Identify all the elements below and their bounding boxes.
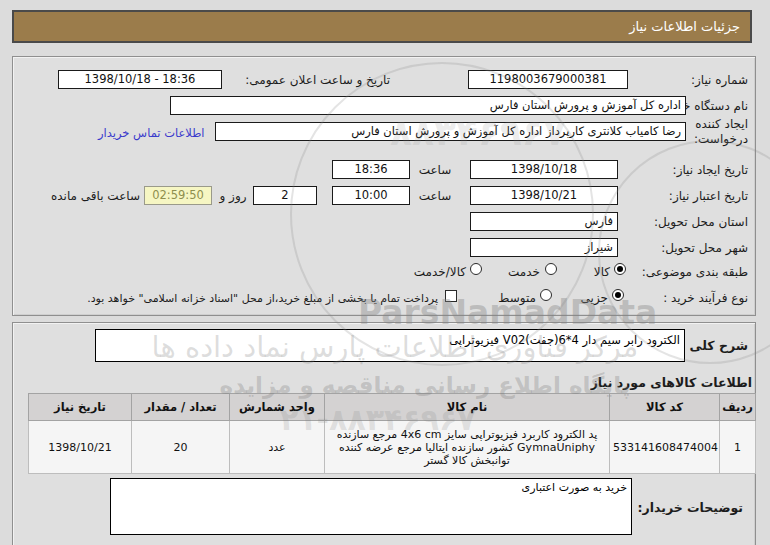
expiry-date-label: تاریخ اعتبار نیاز: — [669, 189, 748, 203]
announce-datetime-label: تاریخ و ساعت اعلان عمومی: — [220, 73, 390, 87]
buyer-notes-textarea[interactable]: خرید به صورت اعتباری — [110, 478, 632, 535]
city-input[interactable]: شیراز — [470, 238, 618, 257]
radio-minor[interactable] — [612, 289, 624, 301]
cell-item-code: 533141608474004 — [610, 421, 720, 474]
remaining-countdown: 02:59:50 — [144, 186, 212, 205]
need-number-label: شماره نیاز: — [691, 73, 748, 87]
radio-goods-service-label: کالا/خدمت — [408, 265, 466, 279]
description-input[interactable]: الکترود رابر سیم دار 4*6(جفت)V02 فیزیوتر… — [95, 329, 685, 362]
remaining-suffix-label: ساعت باقی مانده — [20, 189, 140, 203]
created-time-label: ساعت — [413, 163, 457, 177]
expiry-date-input[interactable]: 1398/10/21 — [470, 186, 618, 205]
remaining-days-input: 2 — [253, 186, 317, 205]
created-date-label: تاریخ ایجاد نیاز: — [673, 163, 748, 177]
cell-unit: عدد — [230, 421, 325, 474]
cell-quantity: 20 — [132, 421, 230, 474]
radio-minor-label: جزیی — [570, 291, 608, 305]
radio-service[interactable] — [545, 263, 557, 275]
city-label: شهر محل تحویل: — [661, 241, 748, 255]
col-item-name: نام کالا — [325, 394, 610, 421]
process-type-label: نوع فرآیند خرید : — [663, 291, 748, 305]
col-item-code: کد کالا — [610, 394, 720, 421]
items-table: ردیف کد کالا نام کالا واحد شمارش تعداد /… — [28, 393, 756, 474]
cell-need-date: 1398/10/21 — [29, 421, 132, 474]
created-time-input[interactable]: 18:36 — [332, 160, 410, 179]
col-unit: واحد شمارش — [230, 394, 325, 421]
col-quantity: تعداد / مقدار — [132, 394, 230, 421]
announce-datetime-input[interactable]: 1398/10/18 - 18:36 — [58, 70, 222, 89]
radio-medium-label: متوسط — [486, 291, 536, 305]
province-label: استان محل تحویل: — [654, 215, 748, 229]
buyer-notes-label: توضیحات خریدار: — [637, 500, 743, 515]
radio-service-label: خدمت — [500, 265, 540, 279]
radio-goods-service[interactable] — [470, 263, 482, 275]
buyer-org-input[interactable]: اداره کل آموزش و پرورش استان فارس — [170, 96, 686, 115]
treasury-checkbox-label: پرداخت تمام یا بخشی از مبلغ خرید،از محل … — [73, 292, 438, 305]
table-row: 1 533141608474004 پد الکترود کاربرد فیزی… — [29, 421, 756, 474]
col-need-date: تاریخ نیاز — [29, 394, 132, 421]
expiry-time-input[interactable]: 10:00 — [332, 186, 410, 205]
items-table-header: ردیف کد کالا نام کالا واحد شمارش تعداد /… — [29, 394, 756, 421]
request-creator-input[interactable]: رضا کامیاب کلانتری کارپرداز اداره کل آمو… — [215, 122, 686, 141]
page-title-bar: جزئیات اطلاعات نیاز — [12, 10, 752, 43]
category-label: طبقه بندی موضوعی: — [642, 265, 748, 279]
cell-row: 1 — [720, 421, 756, 474]
col-row: ردیف — [720, 394, 756, 421]
need-details-page: جزئیات اطلاعات نیاز شماره نیاز: 11980036… — [0, 0, 770, 545]
remaining-days-label: روز و — [216, 189, 250, 203]
radio-goods-label: کالا — [576, 265, 610, 279]
radio-medium[interactable] — [540, 289, 552, 301]
page-title: جزئیات اطلاعات نیاز — [629, 19, 740, 34]
buyer-contact-link[interactable]: اطلاعات تماس خریدار — [98, 126, 205, 140]
items-section-title: اطلاعات کالاهای مورد نیاز — [591, 375, 752, 390]
province-input[interactable]: فارس — [470, 212, 618, 231]
expiry-time-label: ساعت — [413, 189, 457, 203]
created-date-input[interactable]: 1398/10/18 — [470, 160, 618, 179]
need-number-input[interactable]: 1198003679000381 — [468, 70, 628, 89]
cell-item-name: پد الکترود کاربرد فیزیوتراپی سایز 4x6 cm… — [325, 421, 610, 474]
radio-goods[interactable] — [614, 263, 626, 275]
treasury-checkbox[interactable] — [445, 290, 457, 302]
